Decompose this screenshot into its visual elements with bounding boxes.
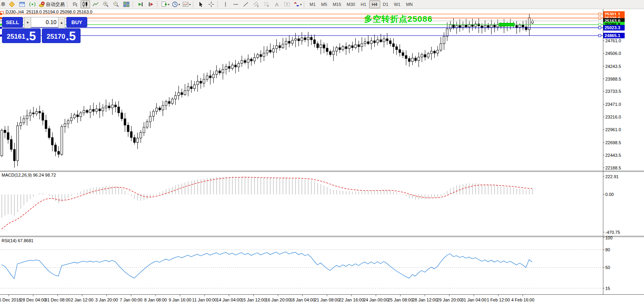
zoom-in-button[interactable]	[101, 0, 111, 8]
signal-icon	[29, 1, 36, 8]
svg-text:28 Jan 12:00: 28 Jan 12:00	[412, 297, 437, 302]
sell-button[interactable]: SELL	[2, 17, 23, 27]
svg-text:23471.0: 23471.0	[605, 102, 621, 107]
tab-timeframe-m30[interactable]: M30	[344, 0, 358, 8]
tab-timeframe-m1[interactable]: M1	[307, 0, 318, 8]
svg-text:4 Feb 16:00: 4 Feb 16:00	[511, 297, 535, 302]
toolbar-separator	[132, 2, 134, 7]
svg-text:MACD(12,26,9) 96.24 98.72: MACD(12,26,9) 96.24 98.72	[2, 173, 56, 177]
periods-button[interactable]: ▾	[171, 0, 181, 8]
fibonacci-icon: F	[263, 1, 270, 8]
zoom-out-icon	[113, 1, 119, 8]
menu-partial-label[interactable]: 单	[0, 1, 7, 8]
text-label-button[interactable]: T	[282, 0, 292, 8]
line-anchor-handle[interactable]	[0, 11, 4, 14]
bar-chart-button[interactable]	[70, 0, 80, 8]
chart-title: DJ30-,H4 25118.0 25194.0 25098.0 25163.0	[6, 9, 92, 14]
text-button[interactable]: A	[272, 0, 282, 8]
svg-text:24761.0: 24761.0	[605, 38, 621, 43]
channel-icon: E	[253, 1, 259, 8]
svg-text:24865.1: 24865.1	[605, 33, 620, 38]
svg-text:22698.5: 22698.5	[605, 140, 621, 145]
toolbar-separator	[193, 2, 195, 7]
svg-text:29 Jan 20:00: 29 Jan 20:00	[437, 297, 462, 302]
text-icon: A	[275, 2, 279, 8]
toolbar-separator	[304, 2, 306, 7]
svg-text:23733.5: 23733.5	[605, 89, 621, 94]
autotrade-button[interactable]: 自动交易	[38, 0, 66, 8]
channel-button[interactable]: E	[252, 0, 261, 8]
chevron-down-icon: ▾	[300, 3, 302, 6]
market-watch-button[interactable]	[17, 0, 27, 8]
sell-price-main: 25161	[7, 33, 25, 41]
svg-text:2 Jan 12:00: 2 Jan 12:00	[71, 297, 94, 302]
arrows-icon	[293, 1, 300, 8]
volume-stepper: ▼ 0.10 ▲	[24, 17, 65, 27]
sell-price-button[interactable]: 25161 .5	[2, 28, 41, 43]
volume-increase-button[interactable]: ▲	[58, 17, 65, 28]
cursor-button[interactable]	[196, 0, 206, 8]
fibonacci-button[interactable]: F	[262, 0, 271, 8]
svg-text:1 Feb 12:00: 1 Feb 12:00	[487, 297, 510, 302]
tab-timeframe-mn[interactable]: MN	[403, 0, 415, 8]
tab-timeframe-h4[interactable]: H4	[369, 0, 380, 8]
candlestick-chart-button[interactable]	[81, 0, 90, 8]
tile-windows-icon	[123, 1, 130, 8]
chart-window-icon	[19, 1, 25, 8]
svg-text:28 Dec 04:00: 28 Dec 04:00	[20, 297, 46, 302]
buy-button[interactable]: BUY	[66, 17, 87, 27]
tab-timeframe-d1[interactable]: D1	[380, 0, 391, 8]
bar-chart-icon	[72, 1, 78, 8]
svg-text:RSI(14) 67.8681: RSI(14) 67.8681	[2, 238, 34, 243]
cursor-icon	[198, 1, 204, 8]
svg-text:23988.5: 23988.5	[605, 77, 621, 81]
svg-text:11 Jan 00:00: 11 Jan 00:00	[192, 297, 217, 302]
svg-text:22 Jan 16:00: 22 Jan 16:00	[339, 297, 364, 302]
trendline-icon	[243, 1, 249, 8]
horizontal-line-button[interactable]	[231, 0, 240, 8]
arrows-button[interactable]: ▾	[293, 0, 302, 8]
scroll-to-end-button[interactable]	[136, 0, 145, 8]
horizontal-line-icon	[233, 1, 239, 8]
new-chart-button[interactable]: ▾	[160, 0, 170, 8]
tile-windows-button[interactable]	[122, 0, 131, 8]
indicators-button[interactable]: ▾	[182, 0, 192, 8]
tab-timeframe-m5[interactable]: M5	[318, 0, 330, 8]
svg-text:F: F	[267, 5, 269, 8]
crosshair-button[interactable]	[207, 0, 216, 8]
svg-text:18 Jan 04:00: 18 Jan 04:00	[290, 297, 315, 302]
trendline-button[interactable]	[241, 0, 251, 8]
volume-decrease-button[interactable]: ▼	[24, 17, 31, 28]
candlestick-chart-icon	[82, 1, 88, 8]
svg-text:3 Jan 20:00: 3 Jan 20:00	[95, 297, 118, 302]
sell-price-fraction: .5	[26, 30, 36, 42]
tab-timeframe-w1[interactable]: W1	[391, 0, 404, 8]
svg-text:222.91: 222.91	[605, 174, 619, 179]
new-order-button[interactable]	[7, 0, 17, 8]
svg-text:E: E	[257, 5, 259, 8]
svg-text:21 Jan 08:00: 21 Jan 08:00	[314, 297, 340, 302]
svg-text:24506.0: 24506.0	[605, 51, 621, 56]
svg-text:22961.0: 22961.0	[605, 127, 621, 132]
chart-canvas[interactable]: 24761.024506.024243.523988.523733.523471…	[0, 0, 644, 305]
buy-price-button[interactable]: 25170 .5	[42, 28, 81, 43]
chevron-down-icon: ▾	[168, 3, 169, 6]
line-chart-button[interactable]	[91, 0, 100, 8]
svg-text:80: 80	[605, 247, 610, 252]
vertical-line-button[interactable]	[221, 0, 230, 8]
crosshair-icon	[208, 1, 214, 8]
svg-text:T: T	[286, 3, 288, 6]
chevron-down-icon: ▾	[189, 3, 191, 6]
zoom-in-icon	[103, 1, 109, 8]
svg-text:24 Jan 00:00: 24 Jan 00:00	[363, 297, 389, 302]
tab-timeframe-m15[interactable]: M15	[330, 0, 344, 8]
svg-text:50: 50	[605, 265, 610, 270]
volume-input[interactable]: 0.10	[31, 17, 58, 27]
svg-text:26 Dec 2018: 26 Dec 2018	[0, 297, 21, 302]
svg-text:14 Jan 04:00: 14 Jan 04:00	[216, 297, 242, 302]
zoom-out-button[interactable]	[111, 0, 121, 8]
signals-button[interactable]	[28, 0, 37, 8]
svg-text:16 Jan 20:00: 16 Jan 20:00	[265, 297, 291, 302]
chart-autoscroll-button[interactable]	[146, 0, 156, 8]
tab-timeframe-h1[interactable]: H1	[358, 0, 369, 8]
